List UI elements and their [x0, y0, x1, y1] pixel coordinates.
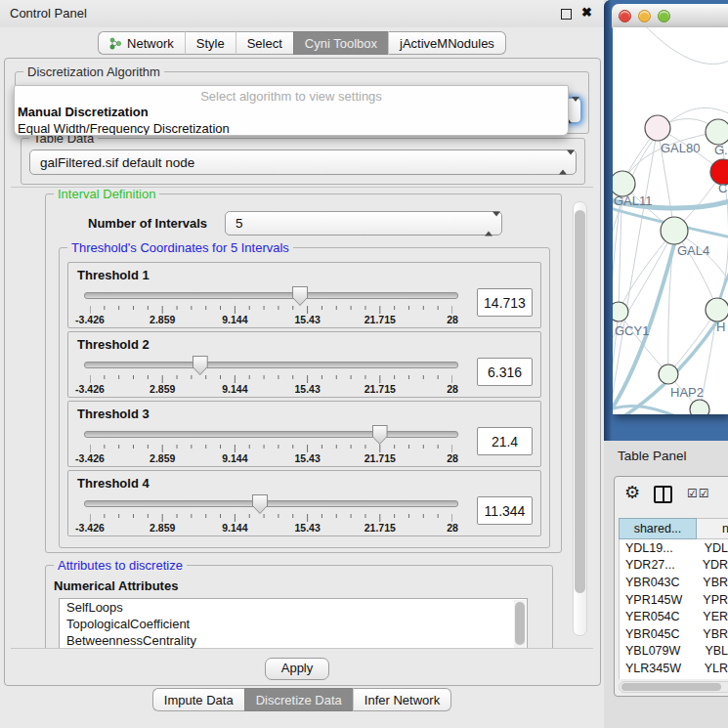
tab-cyni-toolbox[interactable]: Cyni Toolbox — [293, 31, 388, 55]
threshold-panel: Threshold 3-3.4262.8599.14415.4321.71528… — [67, 401, 541, 467]
table-row[interactable]: YIL052CYIL0 — [620, 677, 728, 679]
table-row[interactable]: YBR043CYBR0 — [620, 574, 728, 591]
table-data-combobox[interactable]: galFiltered.sif default node — [29, 150, 577, 175]
tick-label: 21.715 — [364, 314, 396, 325]
network-window-titlebar[interactable] — [612, 4, 728, 28]
bottom-tab-infer-network[interactable]: Infer Network — [353, 688, 451, 711]
network-view-window: GAL80G.CGAL11GAL4GCY1HHAP2 — [604, 0, 728, 441]
network-edge[interactable] — [642, 27, 728, 64]
bottom-tab-discretize-data[interactable]: Discretize Data — [244, 688, 353, 711]
attribute-list-item[interactable]: SelfLoops — [60, 599, 527, 616]
numerical-attributes-label: Numerical Attributes — [54, 578, 178, 593]
network-node-h[interactable] — [706, 298, 728, 321]
tick-label: -3.426 — [75, 452, 105, 464]
tab-style[interactable]: Style — [185, 31, 236, 55]
network-node-label: GAL11 — [614, 193, 653, 208]
vertical-scrollbar[interactable] — [573, 201, 587, 636]
network-node[interactable] — [690, 400, 709, 414]
attributes-group-label: Attributes to discretize — [54, 558, 187, 573]
tick-label: -3.426 — [75, 522, 105, 534]
table-header-row: shared... n — [619, 518, 728, 539]
gear-icon[interactable]: ⚙ — [624, 483, 640, 502]
network-node-g[interactable] — [706, 119, 728, 145]
network-node-label: GCY1 — [615, 323, 649, 338]
threshold-value-field[interactable]: 6.316 — [477, 358, 533, 386]
column-header-shared-name[interactable]: shared... — [619, 518, 697, 539]
tick-label: 15.43 — [294, 314, 320, 325]
slider-tick-labels: -3.4262.8599.14415.4321.71528 — [90, 383, 452, 395]
tab-jactivemnodules[interactable]: jActiveMNodules — [388, 31, 506, 55]
threshold-value-field[interactable]: 14.713 — [477, 288, 533, 317]
tab-select[interactable]: Select — [236, 31, 293, 55]
column-header-name[interactable]: n — [697, 518, 728, 539]
list-scrollbar[interactable] — [514, 600, 526, 649]
horizontal-scrollbar-thumb[interactable] — [621, 683, 721, 691]
threshold-panel: Threshold 1-3.4262.8599.14415.4321.71528… — [67, 262, 541, 328]
table-row[interactable]: YER054CYER0 — [620, 608, 728, 625]
float-panel-icon[interactable] — [561, 9, 572, 20]
list-scrollbar-thumb[interactable] — [515, 602, 525, 645]
dropdown-option[interactable]: Equal Width/Frequency Discretization — [15, 120, 568, 136]
cell-name: YDL1 — [695, 541, 728, 555]
table-row[interactable]: YDL19...YDL1 — [620, 539, 728, 557]
tab-label: Network — [127, 36, 174, 51]
threshold-value-field[interactable]: 21.4 — [477, 427, 533, 455]
tab-label: jActiveMNodules — [400, 36, 494, 51]
tab-label: Infer Network — [364, 693, 440, 707]
table-row[interactable]: YDR27...YDR2 — [620, 557, 728, 575]
cell-shared-name: YBR045C — [620, 627, 693, 641]
threshold-slider[interactable]: -3.4262.8599.14415.4321.71528 — [78, 355, 464, 396]
close-panel-icon[interactable]: ✖ — [581, 5, 592, 20]
slider-tick-labels: -3.4262.8599.14415.4321.71528 — [90, 452, 452, 464]
table-row[interactable]: YBL079WYBL0 — [620, 643, 728, 661]
network-icon — [109, 37, 122, 50]
threshold-label: Threshold 3 — [77, 407, 150, 421]
tab-label: Cyni Toolbox — [305, 36, 377, 51]
cyni-toolbox-panel: Discretization Algorithm Select algorith… — [4, 58, 601, 686]
tick-label: 9.144 — [222, 314, 247, 325]
close-traffic-light[interactable] — [619, 10, 631, 22]
dropdown-option[interactable]: Manual Discretization — [15, 104, 568, 120]
slider-handle[interactable] — [292, 286, 308, 306]
table-row[interactable]: YBR045CYBR0 — [620, 625, 728, 643]
threshold-slider[interactable]: -3.4262.8599.14415.4321.71528 — [78, 424, 464, 465]
tab-label: Select — [247, 36, 282, 51]
slider-handle[interactable] — [193, 356, 208, 375]
network-node-label: G. — [714, 143, 728, 157]
checkbox-filter-icons[interactable]: ☑☑ — [687, 487, 710, 500]
cell-name: YBR0 — [693, 576, 728, 589]
dropdown-placeholder-item[interactable]: Select algorithm to view settings — [15, 86, 568, 104]
bottom-tab-impute-data[interactable]: Impute Data — [152, 688, 244, 711]
horizontal-scrollbar[interactable] — [619, 681, 728, 693]
threshold-value-field[interactable]: 11.344 — [477, 496, 533, 525]
tick-label: 21.715 — [364, 522, 396, 534]
threshold-slider[interactable]: -3.4262.8599.14415.4321.71528 — [78, 285, 464, 326]
column-layout-icon[interactable] — [654, 486, 672, 503]
number-of-intervals-label: Number of Intervals — [88, 216, 207, 231]
tab-network[interactable]: Network — [98, 31, 185, 55]
apply-button[interactable]: Apply — [265, 658, 329, 680]
network-node-hap2[interactable] — [659, 364, 678, 384]
slider-handle[interactable] — [372, 425, 388, 445]
minimize-traffic-light[interactable] — [638, 10, 651, 22]
table-row[interactable]: YLR345WYLR3 — [620, 660, 728, 677]
network-node-gcy1[interactable] — [613, 302, 628, 321]
control-panel: Control Panel ✖ NetworkStyleSelectCyni T… — [0, 0, 604, 728]
vertical-scrollbar-thumb[interactable] — [575, 210, 585, 593]
number-of-intervals-value: 5 — [236, 216, 243, 231]
network-edge-highlighted[interactable] — [613, 406, 681, 414]
attribute-list-item[interactable]: TopologicalCoefficient — [60, 616, 527, 632]
threshold-slider[interactable]: -3.4262.8599.14415.4321.71528 — [78, 493, 464, 535]
slider-handle[interactable] — [252, 494, 268, 514]
tick-label: -3.426 — [75, 314, 105, 325]
table-body: YDL19...YDL1YDR27...YDR2YBR043CYBR0YPR14… — [619, 539, 728, 679]
number-of-intervals-combobox[interactable]: 5 — [225, 211, 502, 236]
zoom-traffic-light[interactable] — [658, 10, 670, 22]
network-node-gal80[interactable] — [645, 115, 670, 141]
cell-name: YBR0 — [693, 627, 728, 641]
network-canvas[interactable]: GAL80G.CGAL11GAL4GCY1HHAP2 — [613, 27, 728, 414]
network-node-gal4[interactable] — [661, 217, 688, 244]
attribute-list-item[interactable]: BetweennessCentrality — [60, 632, 527, 649]
table-row[interactable]: YPR145WYPR1 — [620, 591, 728, 609]
threshold-label: Threshold 1 — [77, 268, 150, 282]
